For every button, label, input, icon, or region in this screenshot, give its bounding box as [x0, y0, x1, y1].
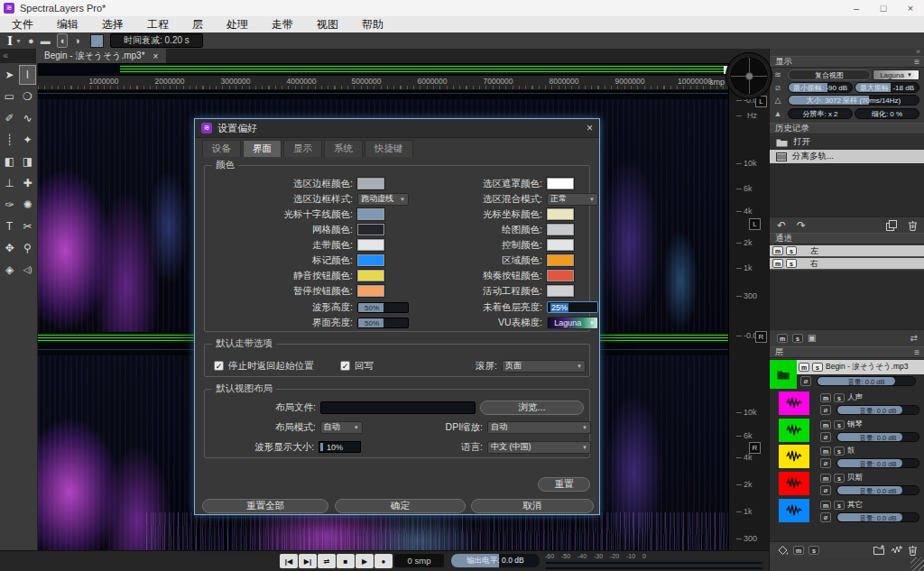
new-layer-icon[interactable]	[891, 545, 903, 555]
color-swatch[interactable]	[357, 224, 384, 235]
waveform-size-input[interactable]: 10%	[319, 441, 361, 453]
layout-file-input[interactable]	[320, 401, 476, 414]
tab-display[interactable]: 显示	[283, 140, 322, 157]
reset-all-button[interactable]: 重置全部	[202, 499, 328, 513]
hard-eraser-tool[interactable]: ◨	[19, 152, 36, 171]
solo-button[interactable]: s	[834, 474, 845, 483]
phase-button[interactable]: ø	[820, 458, 831, 468]
close-button[interactable]: ×	[897, 3, 924, 14]
text-tool[interactable]: T	[1, 216, 18, 236]
layer-color-swatch[interactable]	[779, 445, 809, 468]
document-tab[interactable]: Begin - 涙そうそう.mp3* ×	[36, 49, 166, 63]
color-swatch[interactable]	[357, 254, 384, 266]
return-to-start-option[interactable]: ✓ 停止时返回起始位置	[214, 359, 314, 373]
color-swatch[interactable]	[547, 208, 574, 220]
solo-all-button[interactable]: s	[808, 546, 819, 555]
selection-blend-select[interactable]: 正常▼	[547, 193, 598, 206]
playhead-position[interactable]: 0 smp	[394, 554, 444, 567]
layout-mode-select[interactable]: 自动▼	[320, 421, 363, 434]
fft-size-slider[interactable]: 大小: 3072 采样 (70ms/14Hz)	[788, 95, 919, 106]
record-button[interactable]: ●	[374, 554, 393, 568]
mode-half-pill-icon[interactable]: ◖	[57, 33, 69, 48]
time-selection-tool[interactable]: I	[19, 65, 36, 85]
waveform-height-slider[interactable]: 50%	[357, 302, 409, 313]
mode-pill-icon[interactable]: ▬	[41, 34, 51, 47]
layers-panel-header[interactable]: 层 ≡	[770, 346, 924, 358]
amplitude-icon[interactable]: ⧄	[772, 83, 784, 93]
ok-button[interactable]: 确定	[335, 499, 466, 513]
tab-device[interactable]: 设备	[202, 140, 241, 157]
mute-button[interactable]: m	[820, 501, 831, 510]
navigation-wheel[interactable]	[726, 53, 772, 98]
mute-button[interactable]: m	[799, 363, 809, 372]
menu-help[interactable]: 帮助	[350, 17, 395, 32]
pen-tool[interactable]: ✑	[1, 195, 18, 215]
solo-button[interactable]: s	[834, 420, 845, 429]
resize-grip[interactable]	[910, 557, 924, 571]
browse-button[interactable]: 浏览...	[480, 401, 584, 415]
color-swatch[interactable]	[357, 178, 384, 189]
group-layer-row[interactable]: m s Begin - 涙そうそう.mp3	[797, 360, 924, 374]
current-tool-icon[interactable]: I	[7, 34, 13, 48]
ui-brightness-slider[interactable]: 50%	[357, 318, 409, 328]
history-panel-header[interactable]: 历史记录	[770, 123, 924, 134]
min-amplitude-slider[interactable]: 最小振幅: -90 dB	[788, 82, 853, 93]
channel-row-left[interactable]: m s 左	[770, 245, 924, 257]
group-volume-slider[interactable]: 音量: 0.0 dB	[817, 376, 916, 386]
solo-button[interactable]: s	[786, 259, 797, 268]
play-button[interactable]: ▶	[356, 554, 374, 568]
checkbox-checked[interactable]: ✓	[214, 361, 224, 371]
cancel-button[interactable]: 取消	[471, 499, 594, 513]
channel-row-right[interactable]: m s 右	[770, 258, 924, 270]
dotted-selection-tool[interactable]: ┊	[1, 130, 18, 150]
layer-color-swatch[interactable]	[779, 499, 809, 522]
mute-all-button[interactable]: m	[793, 546, 804, 555]
fft-size-icon[interactable]: △	[772, 96, 784, 105]
uncolored-layer-brightness-input[interactable]: 25%	[547, 301, 598, 313]
redo-icon[interactable]: ↷	[797, 220, 806, 231]
mute-button[interactable]: m	[820, 393, 831, 402]
solo-button[interactable]: s	[812, 363, 823, 372]
scroll-mode-select[interactable]: 页面▼	[502, 360, 586, 373]
layer-row[interactable]: m s 鼓	[820, 445, 855, 457]
layer-volume-slider[interactable]: 音量: 0.0 dB	[836, 405, 919, 415]
layer-color-swatch[interactable]	[779, 472, 809, 495]
write-back-option[interactable]: ✓ 回写	[340, 359, 374, 373]
trash-icon[interactable]	[908, 545, 918, 556]
color-swatch[interactable]	[357, 239, 384, 251]
fade-color-swatch[interactable]	[90, 34, 104, 48]
group-color-swatch[interactable]	[770, 360, 797, 389]
output-level-slider[interactable]: 输出电平: 0.0 dB	[451, 554, 540, 567]
spray-tool[interactable]: ✺	[19, 195, 36, 215]
hand-tool[interactable]: ✥	[1, 238, 18, 258]
phase-button[interactable]: ø	[800, 376, 811, 386]
dpi-scale-select[interactable]: 自动▼	[487, 421, 591, 434]
solo-button[interactable]: s	[786, 246, 797, 255]
menu-view[interactable]: 视图	[305, 17, 350, 32]
resolution-icon[interactable]: ▲	[772, 109, 784, 118]
collapse-panels-icon[interactable]: »	[916, 47, 920, 56]
channels-panel-header[interactable]: 通道	[770, 233, 924, 244]
undo-icon[interactable]: ↶	[777, 220, 786, 231]
max-amplitude-slider[interactable]: 最大振幅: -18 dB	[855, 82, 919, 93]
menu-transport[interactable]: 走带	[260, 17, 305, 32]
color-swatch[interactable]	[547, 224, 574, 235]
menu-project[interactable]: 工程	[135, 17, 180, 32]
paint-bucket-icon[interactable]	[777, 545, 789, 556]
composite-view-button[interactable]: 复合视图	[788, 69, 871, 80]
minimize-button[interactable]: –	[843, 3, 870, 14]
solo-button[interactable]: s	[834, 501, 845, 510]
tab-system[interactable]: 系统	[324, 140, 363, 157]
vu-gradient-select[interactable]: Laguna▼	[547, 317, 598, 329]
display-panel-header[interactable]: 显示 ≡	[770, 56, 924, 68]
go-to-start-button[interactable]: |◀	[280, 554, 298, 568]
wheel-knob[interactable]	[745, 72, 753, 80]
menu-file[interactable]: 文件	[0, 17, 45, 32]
stop-button[interactable]: ■	[337, 554, 355, 568]
language-select[interactable]: 中文 (中国)▼	[487, 441, 591, 454]
tab-scroll-icon[interactable]: «	[3, 50, 8, 60]
tab-interface[interactable]: 界面	[243, 140, 282, 157]
color-swatch[interactable]	[357, 270, 384, 281]
wave-selection-tool[interactable]: ∿	[19, 108, 36, 128]
maximize-button[interactable]: □	[870, 3, 897, 14]
